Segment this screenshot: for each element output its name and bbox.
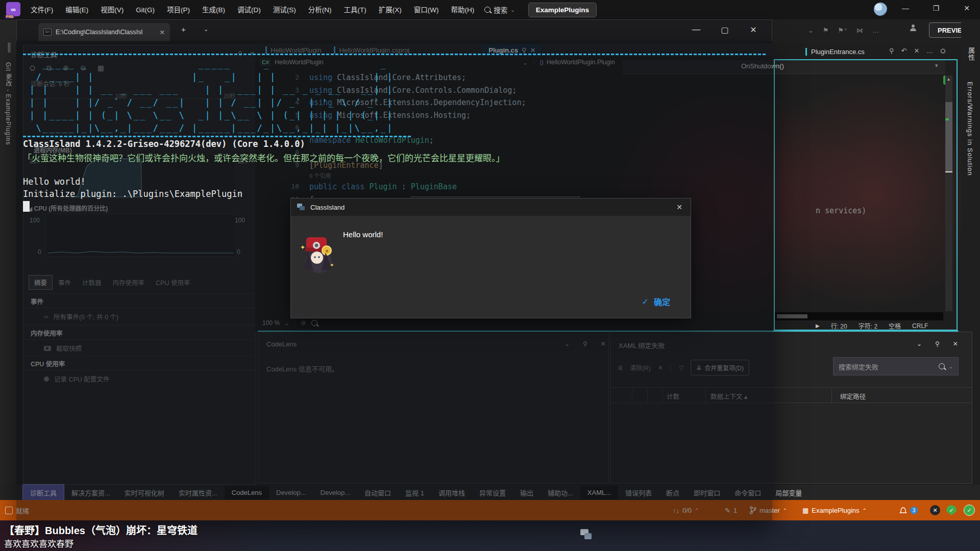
close-icon[interactable]: ✕ (953, 340, 958, 347)
classisland-app-icon (297, 204, 305, 211)
chevron-down-icon[interactable]: ⌄ (949, 364, 953, 369)
active-editor-border (774, 59, 958, 331)
menu-item[interactable]: 文件(F) (24, 2, 59, 18)
scroll-up-icon[interactable]: ▲ (946, 77, 951, 82)
close-icon[interactable]: ✕ (160, 29, 165, 36)
search-placeholder: 搜索绑定失败 (839, 362, 935, 371)
repo-indicator[interactable]: ▦ ExamplePlugins⌃ (802, 500, 867, 520)
shield-ok-icon[interactable]: ✓ (946, 505, 957, 515)
feedback-icon[interactable] (5, 507, 13, 514)
horizontal-scrollbar[interactable] (775, 312, 943, 320)
lyrics-line-1: 【春野】Bubbles（气泡）崩坏：星穹铁道 (4, 522, 198, 537)
menu-item[interactable]: 生成(B) (196, 2, 231, 18)
vertical-scrollbar[interactable]: ▲ (945, 76, 952, 311)
terminal-close-button[interactable]: ✕ (742, 25, 765, 35)
properties-vertical-tab[interactable]: 属性 (966, 47, 976, 61)
terminal-hello-line: Hello world! (23, 177, 86, 187)
classisland-taskbar-icon[interactable] (578, 525, 596, 544)
terminal-tab-title: E:\Coding\ClassIsland\ClassIsl (56, 29, 156, 36)
more-options-icon[interactable]: … (926, 47, 933, 55)
menu-item[interactable]: 编辑(E) (59, 2, 94, 18)
terminal-maximize-button[interactable]: ▢ (713, 25, 737, 35)
terminal-tab[interactable]: C:\ E:\Coding\ClassIsland\ClassIsl ✕ (38, 23, 170, 41)
mascot-image: ✦ ✦ ✦ (298, 233, 339, 275)
line-indicator[interactable]: 行: 20 (831, 321, 847, 330)
pin-icon[interactable]: ⚲ (889, 47, 894, 55)
binding-search-input[interactable]: 搜索绑定失败 ⌄ (833, 357, 959, 375)
flag-stack-icon[interactable]: ⚑⁺ (838, 27, 848, 34)
gear-icon[interactable]: ⛭ (940, 47, 945, 55)
feedback-icon[interactable] (910, 23, 916, 33)
menu-item[interactable]: 工具(T) (338, 2, 373, 18)
notification-count: 3 (910, 507, 918, 514)
scrollbar-thumb[interactable] (945, 102, 952, 171)
flag-icon[interactable]: ⚑ (823, 27, 829, 34)
menu-item[interactable]: 扩展(X) (373, 2, 408, 18)
svg-text:✦: ✦ (325, 248, 329, 254)
menu-item[interactable]: 调试(D) (231, 2, 267, 18)
errors-warnings-vertical-tab[interactable]: Errors/Warnings in Solution (966, 82, 974, 176)
menu-item[interactable]: 分析(N) (302, 2, 338, 18)
tab-dropdown-icon[interactable]: ⌄ (204, 26, 208, 33)
dashed-rule-bottom (23, 136, 411, 137)
dialog-titlebar[interactable]: ClassIsland ✕ (291, 198, 691, 216)
account-avatar[interactable] (874, 3, 887, 16)
error-circle-icon[interactable]: ✕ (930, 505, 940, 515)
bell-icon (899, 506, 907, 514)
terminal-minimize-button[interactable]: — (684, 25, 708, 34)
lyrics-line-2: 喜欢喜欢喜欢春野 (4, 537, 74, 549)
dialog-title: ClassIsland (310, 204, 345, 211)
menu-item[interactable]: 视图(V) (94, 2, 130, 18)
repo-icon: ▦ (802, 507, 808, 514)
eol-indicator[interactable]: CRLF (912, 322, 928, 330)
left-tool-strip: ║ Git 更改 - ExamplePlugins (0, 19, 17, 520)
dialog-message: Hello world! (343, 230, 383, 239)
vs-toolbar-right: ⌄ ⚑ ⚑⁺ ⋈ … PREVIEW (772, 19, 980, 44)
cmd-icon: C:\ (43, 29, 52, 36)
chevron-down-icon[interactable]: ⌄ (917, 340, 922, 347)
preview-badge: PRE (5, 15, 14, 18)
check-icon: ✓ (642, 297, 649, 307)
menu-item[interactable]: 项目(P) (161, 2, 196, 18)
spaces-indicator[interactable]: 空格 (889, 321, 901, 330)
visual-studio-logo-icon: ∞PRE (6, 2, 20, 16)
grip-icon: ║ (6, 43, 12, 52)
search-icon (484, 7, 491, 13)
search-control[interactable]: 搜索 ⌄ (484, 5, 514, 15)
svg-text:✦: ✦ (300, 244, 305, 251)
play-icon[interactable]: ▶ (816, 323, 820, 329)
pin-icon[interactable]: ⚲ (935, 340, 940, 347)
notifications-bell[interactable]: 3 (899, 500, 918, 520)
menu-items: 文件(F)编辑(E)视图(V)Git(G)项目(P)生成(B)调试(D)测试(S… (24, 2, 480, 18)
column-indicator[interactable]: 字符: 2 (859, 321, 877, 330)
terminal-quote-line: 「火萤这种生物很神奇吧？它们或许会扑向火烛，或许会突然老化。但在那之前的每一个夜… (23, 151, 505, 164)
terminal-titlebar[interactable]: C:\ E:\Coding\ClassIsland\ClassIsl ✕ + ⌄… (16, 19, 772, 41)
search-icon (939, 363, 945, 369)
new-tab-icon[interactable]: + (181, 25, 186, 34)
live-share-icon[interactable]: ⋈ (856, 27, 863, 34)
close-icon[interactable]: ✕ (914, 47, 919, 55)
menu-item[interactable]: Git(G) (130, 2, 161, 18)
terminal-cursor (23, 201, 30, 212)
column-bindingpath[interactable]: 绑定路径 (840, 391, 866, 401)
more-options-icon[interactable]: … (872, 27, 879, 34)
dialog-ok-button[interactable]: ✓ 确定 (642, 295, 670, 308)
vs-restore-button[interactable]: ❐ (925, 0, 947, 17)
vs-menu-bar: ∞PRE 文件(F)编辑(E)视图(V)Git(G)项目(P)生成(B)调试(D… (0, 0, 980, 19)
undo-icon[interactable]: ↶ (901, 47, 907, 55)
vs-minimize-button[interactable]: — (894, 0, 917, 17)
menu-item[interactable]: 测试(S) (267, 2, 302, 18)
right-editor-statusbar: ▶ 行: 20 字符: 2 空格 CRLF (816, 321, 928, 330)
menu-item[interactable]: 帮助(H) (445, 2, 480, 18)
check-circle-icon[interactable]: ✓ (964, 505, 975, 516)
chevron-down-icon[interactable]: ⌄ (808, 27, 814, 34)
right-editor-tab[interactable]: PluginEntrance.cs (805, 45, 865, 58)
tool-window-tab[interactable]: 局部变量 (768, 485, 809, 500)
launch-profile-button[interactable]: ExamplePlugins (528, 3, 597, 17)
screen: ∞PRE 文件(F)编辑(E)视图(V)Git(G)项目(P)生成(B)调试(D… (0, 0, 980, 551)
git-changes-vertical-tab[interactable]: Git 更改 - ExamplePlugins (4, 62, 13, 145)
right-editor-tab-icons: ⚲ ↶ ✕ … ⛭ (889, 47, 946, 55)
dialog-close-icon[interactable]: ✕ (676, 203, 682, 211)
vs-close-button[interactable]: ✕ (955, 0, 978, 17)
menu-item[interactable]: 窗口(W) (408, 2, 445, 18)
